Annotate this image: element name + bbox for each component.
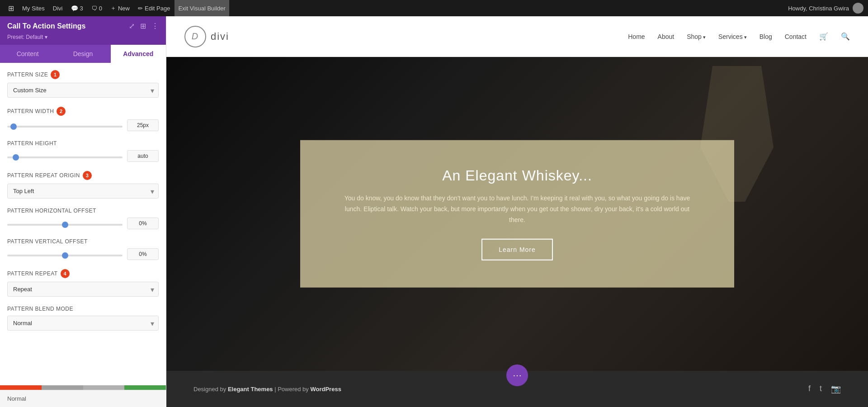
badge-4: 4 [61,269,70,278]
hero-learn-more-button[interactable]: Learn More [481,239,553,260]
panel-tabs: Content Design Advanced [0,45,166,63]
tab-design[interactable]: Design [55,45,110,63]
cart-icon[interactable]: 🛒 [819,32,828,41]
pattern-width-value[interactable] [127,119,159,131]
edit-page-label: Edit Page [145,5,170,12]
exit-builder-item[interactable]: Exit Visual Builder [175,0,229,16]
hero-text: You do know, you do know that they don't… [336,193,698,225]
nav-blog[interactable]: Blog [760,33,772,40]
pattern-horizontal-offset-slider-container [7,219,123,227]
new-item[interactable]: ＋ New [107,0,133,16]
resize-icon[interactable]: ⤢ [129,22,135,30]
tab-advanced[interactable]: Advanced [111,45,166,63]
panel-content: Pattern Size 1 Custom Size Tile Pattern … [0,63,166,385]
nav-home[interactable]: Home [628,33,645,40]
divi-label: Divi [53,5,63,12]
wp-admin-bar: ⊞ My Sites Divi 💬 3 🗨 0 ＋ New ✏ Edit Pag… [0,0,868,16]
wordpress-icon: ⊞ [8,4,14,13]
pattern-size-select[interactable]: Custom Size Tile [7,83,159,98]
panel-header: Call To Action Settings ⤢ ⊞ ⋮ [0,16,166,34]
admin-bar-right: Howdy, Christina Gwira [788,3,863,14]
pattern-blend-mode-group: Pattern Blend Mode Normal Multiply Scree… [7,306,159,331]
logo-circle: D [184,26,206,47]
pattern-horizontal-offset-label: Pattern Horizontal Offset [7,208,159,214]
wordpress-link[interactable]: WordPress [310,386,341,393]
pattern-height-slider-row [7,150,159,162]
footer-text: Designed by Elegant Themes | Powered by … [193,386,341,393]
fab-icon: ⋯ [513,370,522,381]
comments-count: 3 [80,5,83,12]
logo-letter: D [192,31,199,42]
floating-action-button[interactable]: ⋯ [506,364,528,386]
pattern-vertical-offset-slider-container [7,250,123,258]
nav-services[interactable]: Services [718,33,747,40]
badge-3: 3 [83,171,92,180]
messages-item[interactable]: 🗨 0 [88,0,106,16]
pattern-repeat-select-wrapper: Repeat No Repeat Repeat X Repeat Y [7,282,159,297]
site-logo: D divi [184,26,229,47]
pattern-height-value[interactable] [127,150,159,162]
pattern-width-slider-container [7,121,123,129]
wp-logo-item[interactable]: ⊞ [5,0,18,16]
exit-builder-label: Exit Visual Builder [178,5,226,12]
pattern-size-label: Pattern Size 1 [7,70,159,79]
pattern-vertical-offset-value[interactable] [127,248,159,260]
pattern-repeat-origin-group: Pattern Repeat Origin 3 Top Left Top Cen… [7,171,159,199]
my-sites-item[interactable]: My Sites [19,0,48,16]
pattern-horizontal-offset-slider[interactable] [7,224,123,226]
nav-contact[interactable]: Contact [785,33,807,40]
logo-text: divi [211,31,229,43]
elegant-themes-link[interactable]: Elegant Themes [228,386,273,393]
pattern-repeat-select[interactable]: Repeat No Repeat Repeat X Repeat Y [7,282,159,297]
panel-preset[interactable]: Preset: Default ▾ [0,34,166,45]
comments-item[interactable]: 💬 3 [67,0,87,16]
pattern-height-slider-container [7,152,123,160]
pattern-blend-mode-label: Pattern Blend Mode [7,306,159,312]
hero-title: An Elegant Whiskey... [336,167,698,184]
pattern-vertical-offset-slider[interactable] [7,255,123,256]
more-icon[interactable]: ⋮ [151,22,159,30]
twitter-icon[interactable]: t [820,384,822,394]
footer-social: f t 📷 [808,384,841,394]
tab-content[interactable]: Content [0,45,55,63]
howdy-text: Howdy, Christina Gwira [788,5,849,12]
pattern-blend-mode-select[interactable]: Normal Multiply Screen Overlay Darken Li… [7,316,159,331]
preview-area: D divi Home About Shop Services Blog Con… [166,16,868,407]
nav-about[interactable]: About [658,33,675,40]
pattern-horizontal-offset-value[interactable] [127,218,159,229]
pattern-vertical-offset-slider-row [7,248,159,260]
user-avatar [853,3,863,14]
pencil-icon: ✏ [138,5,143,12]
search-icon[interactable]: 🔍 [841,32,850,41]
messages-count: 0 [99,5,102,12]
pattern-repeat-origin-label: Pattern Repeat Origin 3 [7,171,159,180]
site-nav-links: Home About Shop Services Blog Contact 🛒 … [628,32,850,41]
pattern-height-label: Pattern Height [7,140,159,147]
hero-cta-box: An Elegant Whiskey... You do know, you d… [300,140,734,288]
badge-2: 2 [57,107,66,116]
edit-page-item[interactable]: ✏ Edit Page [134,0,174,16]
pattern-repeat-label: Pattern Repeat 4 [7,269,159,278]
pattern-repeat-origin-select[interactable]: Top Left Top Center Top Right Center Lef… [7,184,159,199]
pattern-vertical-offset-label: Pattern Vertical Offset [7,238,159,245]
main-layout: Call To Action Settings ⤢ ⊞ ⋮ Preset: De… [0,16,868,407]
admin-bar-left: ⊞ My Sites Divi 💬 3 🗨 0 ＋ New ✏ Edit Pag… [5,0,229,16]
pattern-horizontal-offset-slider-row [7,218,159,229]
settings-panel: Call To Action Settings ⤢ ⊞ ⋮ Preset: De… [0,16,166,407]
nav-shop[interactable]: Shop [687,33,706,40]
divi-item[interactable]: Divi [49,0,66,16]
facebook-icon[interactable]: f [808,384,811,394]
message-icon: 🗨 [91,5,97,12]
site-nav: D divi Home About Shop Services Blog Con… [166,16,868,57]
my-sites-label: My Sites [22,5,45,12]
pattern-width-label: Pattern Width 2 [7,107,159,116]
pattern-width-slider[interactable] [7,126,123,128]
instagram-icon[interactable]: 📷 [831,384,841,394]
panel-header-icons: ⤢ ⊞ ⋮ [129,22,159,30]
status-text: Normal [7,395,26,402]
pattern-repeat-group: Pattern Repeat 4 Repeat No Repeat Repeat… [7,269,159,297]
pattern-height-group: Pattern Height [7,140,159,162]
pattern-width-slider-row [7,119,159,131]
pattern-height-slider[interactable] [7,156,123,158]
columns-icon[interactable]: ⊞ [140,22,146,30]
